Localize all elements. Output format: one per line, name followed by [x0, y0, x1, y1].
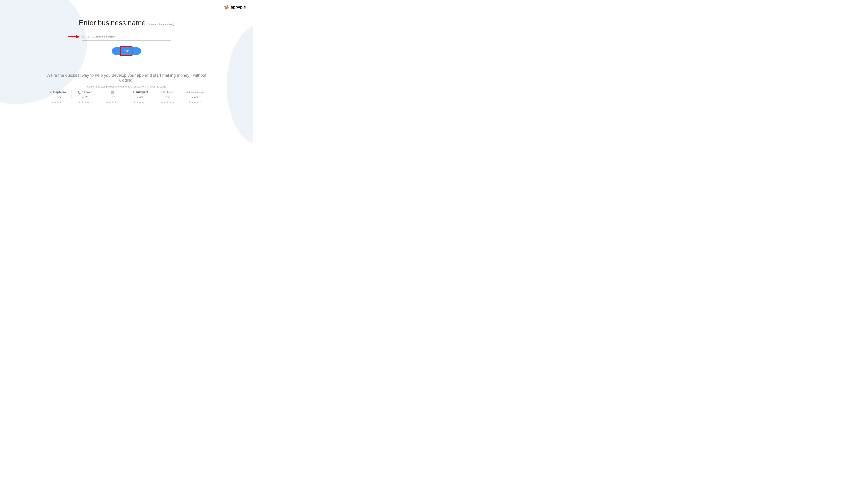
page-title-hint: (You can change it later): [148, 23, 174, 26]
rating-g2crowd: G CROWD 4.5/5 ★★★★☆: [71, 89, 99, 104]
star-icon: ★: [132, 90, 135, 94]
annotation-arrow-icon: [68, 35, 80, 38]
svg-text:G: G: [79, 91, 80, 93]
getapp-logo: GetApp®: [161, 90, 174, 94]
next-button[interactable]: Next: [112, 47, 141, 55]
software-advice-logo: Software Advice: [186, 90, 204, 94]
brand-name: appypie: [231, 5, 246, 10]
square-icon: [111, 91, 114, 93]
svg-marker-1: [76, 35, 80, 38]
software-advice-stars: ★★★★☆: [188, 101, 202, 104]
trustpilot-score: 4.6/5: [137, 96, 143, 99]
input-row: [82, 33, 171, 41]
business-name-input[interactable]: [82, 33, 171, 41]
capterra-arrow-icon: [50, 91, 53, 93]
capterra-logo: Capterra: [50, 90, 66, 94]
title-row: Enter business name (You can change it l…: [74, 19, 179, 27]
g2crowd-logo: G CROWD: [78, 90, 92, 94]
capterra-label: Capterra: [53, 90, 66, 94]
tagline-main: We're the quickest way to help you devel…: [39, 73, 213, 83]
appypie-logo-icon: [224, 4, 230, 10]
brand-logo[interactable]: appypie: [224, 4, 246, 10]
rating-generic: 4.6/5 ★★★★☆: [99, 89, 126, 104]
trustpilot-logo: ★ Trustpilot: [132, 90, 148, 94]
rating-getapp: GetApp® 5.0/5 ★★★★★: [154, 89, 181, 104]
ratings-row: Capterra 4.5/5 ★★★★☆ G CROWD 4.5/5 ★★★★☆…: [44, 89, 209, 104]
rating-capterra: Capterra 4.5/5 ★★★★☆: [44, 89, 71, 104]
rating-software-advice: Software Advice 4.6/5 ★★★★☆: [181, 89, 209, 104]
trustpilot-label: Trustpilot: [136, 91, 148, 94]
capterra-score: 4.5/5: [55, 96, 60, 99]
trustpilot-stars: ★★★★☆: [133, 101, 147, 104]
generic-rating-logo: [111, 90, 114, 94]
software-advice-score: 4.6/5: [192, 96, 198, 99]
g2crowd-label: CROWD: [82, 91, 92, 94]
software-advice-label: Software Advice: [186, 91, 204, 93]
tagline-block: We're the quickest way to help you devel…: [39, 73, 213, 88]
getapp-stars: ★★★★★: [161, 101, 174, 104]
g2crowd-stars: ★★★★☆: [78, 101, 92, 104]
background-blob-right: [227, 24, 253, 142]
capterra-stars: ★★★★☆: [51, 101, 65, 104]
business-name-form: Enter business name (You can change it l…: [74, 19, 179, 55]
page-title: Enter business name: [79, 19, 146, 27]
tagline-sub: Highly rated app builder by thousands of…: [39, 85, 213, 88]
g2-icon: G: [78, 91, 81, 94]
g2crowd-score: 4.5/5: [82, 96, 88, 99]
generic-score: 4.6/5: [110, 96, 115, 99]
generic-stars: ★★★★☆: [106, 101, 119, 104]
rating-trustpilot: ★ Trustpilot 4.6/5 ★★★★☆: [126, 89, 154, 104]
getapp-label: GetApp®: [161, 90, 174, 94]
getapp-score: 5.0/5: [164, 96, 170, 99]
